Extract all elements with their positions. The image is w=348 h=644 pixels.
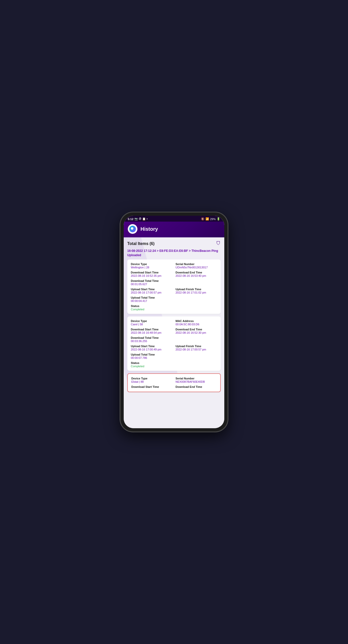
value-ul-finish-1: 2022-08-16 17:01:02 pm xyxy=(176,291,217,294)
content-wrapper: Total Items (6) ⛉ 16-08-2022 17:12:24 > … xyxy=(124,237,224,392)
field-device-type-1: Device Type Wellington | 28 xyxy=(131,263,172,269)
value-serial-1: UDmN5o7Nn0013013017 xyxy=(176,266,217,269)
wifi-icon: 📶 xyxy=(205,217,209,221)
label-mac-2: MAC Address xyxy=(176,319,217,323)
label-dl-total-2: Download Total Time xyxy=(131,336,217,339)
field-dl-start-1: Download Start Time 2022-08-16 16:52:35 … xyxy=(131,271,172,277)
value-ul-start-2: 2022-08-16 17:00:49 pm xyxy=(131,348,172,351)
value-dl-start-1: 2022-08-16 16:52:35 pm xyxy=(131,274,172,277)
label-serial-3: Serial Number xyxy=(176,377,217,380)
battery-icon: 🔋 xyxy=(217,217,220,221)
field-dl-total-2: Download Total Time 00:03:36.255 xyxy=(131,336,217,343)
record-2-grid: Device Type Carel | 58 MAC Address 00:0A… xyxy=(131,319,217,368)
logo-inner xyxy=(129,226,136,232)
field-status-2: Status Completed xyxy=(131,361,217,368)
field-device-type-3: Device Type Elstat | 88 xyxy=(131,377,172,383)
label-dl-total-1: Download Total Time xyxy=(131,279,217,282)
field-mac-2: MAC Address 00:0A:5C:80:03:D6 xyxy=(176,319,217,326)
time-display: 5:12 xyxy=(128,218,133,221)
label-dl-start-3: Download Start Time xyxy=(131,385,172,388)
field-ul-start-2: Upload Start Time 2022-08-16 17:00:49 pm xyxy=(131,345,172,351)
label-device-type-2: Device Type xyxy=(131,319,172,323)
label-dl-end-3: Download End Time xyxy=(176,385,217,388)
battery-display: 29% xyxy=(210,218,216,221)
field-dl-total-1: Download Total Time 00:01:05.627 xyxy=(131,279,217,286)
field-dl-end-1: Download End Time 2022-08-16 16:53:40 pm xyxy=(176,271,217,277)
field-dl-end-2: Download End Time 2022-08-16 16:52:30 pm xyxy=(176,328,217,334)
label-status-1: Status xyxy=(131,304,217,308)
value-ul-total-2: 00:00:07.786 xyxy=(131,356,217,359)
field-ul-finish-2: Upload Finish Time 2022-08-16 17:00:57 p… xyxy=(176,345,217,351)
total-items-label: Total Items (6) xyxy=(127,241,154,246)
filter-icon[interactable]: ⛉ xyxy=(216,241,221,246)
value-device-type-1: Wellington | 28 xyxy=(131,266,172,269)
field-serial-3: Serial Number NEX0087BAF60E40DB xyxy=(176,377,217,383)
label-dl-start-2: Download Start Time xyxy=(131,328,172,331)
field-status-1: Status Completed xyxy=(131,304,217,311)
value-device-type-3: Elstat | 88 xyxy=(131,380,172,383)
mute-icon: 🔇 xyxy=(201,217,204,221)
record-card-2: Device Type Carel | 58 MAC Address 00:0A… xyxy=(127,316,221,371)
value-ul-total-1: 00:00:04.417 xyxy=(131,299,217,302)
field-dl-start-3: Download Start Time xyxy=(131,385,172,389)
value-dl-end-2: 2022-08-16 16:52:30 pm xyxy=(176,331,217,334)
total-items-row: Total Items (6) ⛉ xyxy=(127,241,221,246)
app-header: History xyxy=(124,222,224,237)
label-ul-start-2: Upload Start Time xyxy=(131,345,172,348)
status-icons: 📷 ⏱ 📋 • xyxy=(134,217,148,221)
value-dl-total-1: 00:01:05.627 xyxy=(131,283,217,286)
field-ul-total-1: Upload Total Time 00:00:04.417 xyxy=(131,296,217,302)
phone-frame: 5:12 📷 ⏱ 📋 • 🔇 📶 29% 🔋 History xyxy=(121,213,227,431)
field-ul-total-2: Upload Total Time 00:00:07.786 xyxy=(131,353,217,359)
label-ul-finish-1: Upload Finish Time xyxy=(176,288,217,291)
value-mac-2: 00:0A:5C:80:03:D6 xyxy=(176,323,217,326)
field-dl-end-3: Download End Time xyxy=(176,385,217,389)
value-status-2: Completed xyxy=(131,365,217,368)
field-ul-start-1: Upload Start Time 2022-08-16 17:00:57 pm xyxy=(131,288,172,294)
label-device-type-1: Device Type xyxy=(131,263,172,266)
status-left: 5:12 📷 ⏱ 📋 • xyxy=(128,217,148,221)
record-1-header: 16-08-2022 17:12:24 > E8:FE:D3:EA:E6:BF … xyxy=(127,249,221,257)
app-logo xyxy=(128,224,137,234)
label-dl-end-2: Download End Time xyxy=(176,328,217,331)
label-dl-start-1: Download Start Time xyxy=(131,271,172,274)
value-dl-start-2: 2022-08-16 16:48:54 pm xyxy=(131,331,172,334)
status-bar: 5:12 📷 ⏱ 📋 • 🔇 📶 29% 🔋 xyxy=(124,216,224,222)
label-status-2: Status xyxy=(131,361,217,364)
main-content[interactable]: Total Items (6) ⛉ 16-08-2022 17:12:24 > … xyxy=(124,237,224,428)
page-title: History xyxy=(140,226,158,232)
value-device-type-2: Carel | 58 xyxy=(131,323,172,326)
label-dl-end-1: Download End Time xyxy=(176,271,217,274)
value-status-1: Completed xyxy=(131,308,217,311)
status-right: 🔇 📶 29% 🔋 xyxy=(201,217,220,221)
field-dl-start-2: Download Start Time 2022-08-16 16:48:54 … xyxy=(131,328,172,334)
label-ul-start-1: Upload Start Time xyxy=(131,288,172,291)
value-dl-total-2: 00:03:36.255 xyxy=(131,340,217,343)
field-serial-1: Serial Number UDmN5o7Nn0013013017 xyxy=(176,263,217,269)
field-device-type-2: Device Type Carel | 58 xyxy=(131,319,172,326)
record-1-grid: Device Type Wellington | 28 Serial Numbe… xyxy=(131,263,217,311)
value-ul-finish-2: 2022-08-16 17:00:57 pm xyxy=(176,348,217,351)
label-ul-total-1: Upload Total Time xyxy=(131,296,217,299)
field-ul-finish-1: Upload Finish Time 2022-08-16 17:01:02 p… xyxy=(176,288,217,294)
label-ul-total-2: Upload Total Time xyxy=(131,353,217,356)
record-card-1: Device Type Wellington | 28 Serial Numbe… xyxy=(127,259,221,314)
record-card-3: Device Type Elstat | 88 Serial Number NE… xyxy=(127,373,221,392)
value-dl-end-1: 2022-08-16 16:53:40 pm xyxy=(176,274,217,277)
value-ul-start-1: 2022-08-16 17:00:57 pm xyxy=(131,291,172,294)
label-serial-1: Serial Number xyxy=(176,263,217,266)
label-ul-finish-2: Upload Finish Time xyxy=(176,345,217,348)
label-device-type-3: Device Type xyxy=(131,377,172,380)
value-serial-3: NEX0087BAF60E40DB xyxy=(176,380,217,383)
record-3-grid: Device Type Elstat | 88 Serial Number NE… xyxy=(131,377,217,389)
phone-screen: 5:12 📷 ⏱ 📋 • 🔇 📶 29% 🔋 History xyxy=(124,216,224,428)
